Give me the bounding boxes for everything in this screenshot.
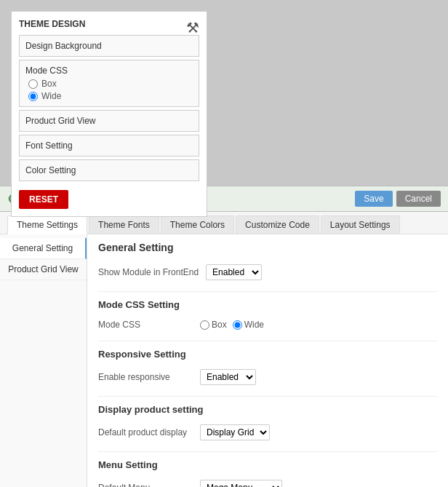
display-product-section: Display product setting Default product … (98, 404, 437, 452)
show-module-row: Show Module in FrontEnd Enabled Disabled (98, 261, 437, 284)
mode-css-wide-label: Wide (41, 91, 61, 101)
tab-theme-colors[interactable]: Theme Colors (161, 215, 234, 234)
display-product-label: Default product display (98, 427, 193, 437)
mode-css-wide-option[interactable]: Wide (28, 91, 193, 101)
mode-css-wide-option-main[interactable]: Wide (233, 320, 264, 330)
reset-button[interactable]: RESET (19, 190, 68, 209)
responsive-section: Responsive Setting Enable responsive Ena… (98, 349, 437, 397)
mode-css-wide-radio[interactable] (28, 92, 38, 101)
display-product-select[interactable]: Display Grid Display List (200, 424, 270, 440)
mode-css-section: Mode CSS Box Wide (19, 60, 199, 107)
mode-css-subsection-title: Mode CSS Setting (98, 299, 437, 310)
tab-customize-code[interactable]: Customize Code (236, 215, 319, 234)
display-product-control: Display Grid Display List (200, 424, 270, 440)
editor-body: General Setting Product Grid View Genera… (0, 234, 448, 487)
sidebar-item-general-setting[interactable]: General Setting (0, 238, 87, 259)
editor-panel: ⚙ Boss - Theme Editor Save Cancel Theme … (0, 186, 448, 487)
menu-item-font-setting[interactable]: Font Setting (19, 135, 199, 157)
show-module-control: Enabled Disabled (206, 264, 262, 280)
show-module-select[interactable]: Enabled Disabled (206, 264, 262, 280)
menu-item-product-grid[interactable]: Product Grid View (19, 110, 199, 132)
display-product-subsection-title: Display product setting (98, 404, 437, 415)
menu-item-color-setting[interactable]: Color Setting (19, 159, 199, 181)
header-buttons: Save Cancel (355, 191, 441, 207)
mode-css-wide-radio-main[interactable] (233, 320, 242, 330)
wrench-icon: ⚒ (186, 19, 199, 36)
save-button[interactable]: Save (355, 191, 392, 207)
show-module-section: Show Module in FrontEnd Enabled Disabled (98, 261, 437, 292)
tab-theme-settings[interactable]: Theme Settings (7, 215, 87, 234)
tab-theme-fonts[interactable]: Theme Fonts (89, 215, 159, 234)
menu-item-design-background[interactable]: Design Background (19, 35, 199, 57)
tab-layout-settings[interactable]: Layout Settings (321, 215, 400, 234)
mode-css-radio-control: Box Wide (200, 320, 264, 330)
default-menu-select[interactable]: Mega Menu Standard Menu (200, 480, 282, 487)
sidebar-item-product-grid-view[interactable]: Product Grid View (0, 259, 87, 280)
mode-css-label: Mode CSS (25, 66, 193, 76)
menu-setting-subsection-title: Menu Setting (98, 459, 437, 470)
responsive-row: Enable responsive Enabled Disabled (98, 365, 437, 389)
menu-setting-section: Menu Setting Default Menu Mega Menu Stan… (98, 459, 437, 487)
main-section-title: General Setting (98, 242, 437, 253)
mode-css-box-label-main: Box (212, 320, 227, 330)
mode-css-box-radio[interactable] (28, 79, 38, 89)
sidebar-nav: General Setting Product Grid View (0, 234, 87, 487)
main-content: General Setting Show Module in FrontEnd … (87, 234, 448, 487)
menu-setting-row: Default Menu Mega Menu Standard Menu (98, 476, 437, 487)
default-menu-label: Default Menu (98, 483, 193, 487)
mode-css-row: Mode CSS Box Wide (98, 316, 437, 333)
display-product-row: Default product display Display Grid Dis… (98, 421, 437, 444)
cancel-button[interactable]: Cancel (396, 191, 441, 207)
mode-css-field-label: Mode CSS (98, 320, 193, 330)
mode-css-wide-label-main: Wide (244, 320, 264, 330)
mode-css-box-radio-main[interactable] (200, 320, 209, 330)
mode-css-box-label: Box (41, 79, 57, 89)
show-module-label: Show Module in FrontEnd (98, 267, 199, 277)
mode-css-section-main: Mode CSS Setting Mode CSS Box Wide (98, 299, 437, 341)
default-menu-control: Mega Menu Standard Menu (200, 480, 282, 487)
mode-css-radio-group: Box Wide (25, 79, 193, 101)
responsive-control: Enabled Disabled (200, 369, 256, 385)
top-panel: THEME DESIGN ⚒ Design Background Mode CS… (0, 0, 448, 186)
mode-css-box-option-main[interactable]: Box (200, 320, 227, 330)
theme-design-title: THEME DESIGN (19, 19, 199, 29)
responsive-label: Enable responsive (98, 372, 193, 382)
responsive-subsection-title: Responsive Setting (98, 349, 437, 360)
responsive-select[interactable]: Enabled Disabled (200, 369, 256, 385)
mode-css-box-option[interactable]: Box (28, 79, 193, 89)
theme-design-box: THEME DESIGN ⚒ Design Background Mode CS… (11, 11, 207, 217)
